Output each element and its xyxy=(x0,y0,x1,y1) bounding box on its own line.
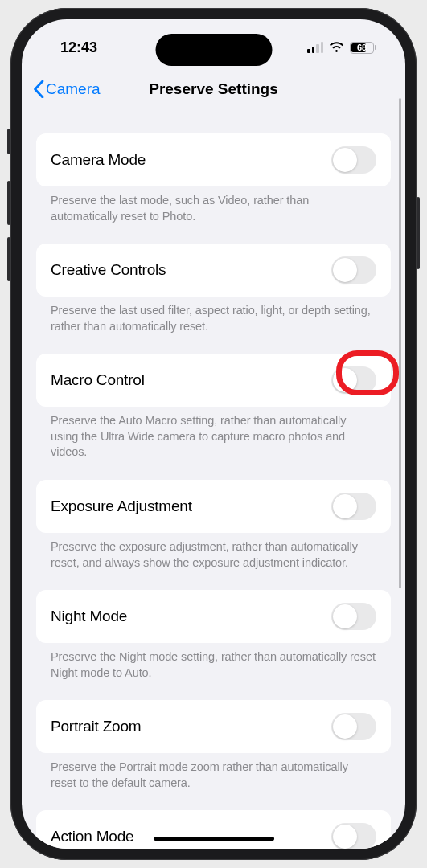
screen: 12:43 68 Camera Preserve Settings xyxy=(22,19,405,849)
setting-desc: Preserve the Auto Macro setting, rather … xyxy=(36,407,391,480)
toggle-creative-controls[interactable] xyxy=(331,256,376,284)
cellular-icon xyxy=(307,42,323,53)
setting-label: Creative Controls xyxy=(51,261,166,279)
status-time: 12:43 xyxy=(60,39,97,56)
toggle-night-mode[interactable] xyxy=(331,603,376,630)
wifi-icon xyxy=(329,42,344,53)
dynamic-island xyxy=(155,34,272,66)
setting-label: Camera Mode xyxy=(51,151,146,169)
setting-creative-controls: Creative Controls xyxy=(36,244,391,297)
setting-label: Night Mode xyxy=(51,608,127,625)
settings-list: Camera Mode Preserve the last mode, such… xyxy=(22,109,405,849)
setting-camera-mode: Camera Mode xyxy=(36,133,391,186)
setting-macro-control: Macro Control xyxy=(36,354,391,407)
phone-frame: 12:43 68 Camera Preserve Settings xyxy=(10,8,417,860)
toggle-macro-control[interactable] xyxy=(331,366,376,394)
setting-label: Macro Control xyxy=(51,371,145,389)
setting-desc: Preserve the Night mode setting, rather … xyxy=(36,643,391,700)
toggle-camera-mode[interactable] xyxy=(331,146,376,174)
setting-desc: Preserve the Portrait mode zoom rather t… xyxy=(36,753,391,810)
chevron-left-icon xyxy=(33,80,44,98)
toggle-portrait-zoom[interactable] xyxy=(331,713,376,740)
setting-desc: Preserve the last mode, such as Video, r… xyxy=(36,186,391,244)
setting-exposure-adjustment: Exposure Adjustment xyxy=(36,480,391,533)
nav-bar: Camera Preserve Settings xyxy=(22,69,405,109)
setting-portrait-zoom: Portrait Zoom xyxy=(36,700,391,753)
toggle-action-mode[interactable] xyxy=(331,823,376,849)
toggle-exposure-adjustment[interactable] xyxy=(331,493,376,520)
setting-label: Portrait Zoom xyxy=(51,718,142,735)
battery-icon: 68 xyxy=(350,42,376,54)
setting-label: Exposure Adjustment xyxy=(51,497,192,515)
home-indicator[interactable] xyxy=(154,837,274,841)
back-button[interactable]: Camera xyxy=(33,80,101,98)
setting-night-mode: Night Mode xyxy=(36,590,391,643)
back-label: Camera xyxy=(46,80,101,98)
setting-desc: Preserve the last used filter, aspect ra… xyxy=(36,297,391,354)
setting-desc: Preserve the exposure adjustment, rather… xyxy=(36,533,391,590)
setting-label: Action Mode xyxy=(51,828,133,845)
setting-action-mode: Action Mode xyxy=(36,810,391,849)
